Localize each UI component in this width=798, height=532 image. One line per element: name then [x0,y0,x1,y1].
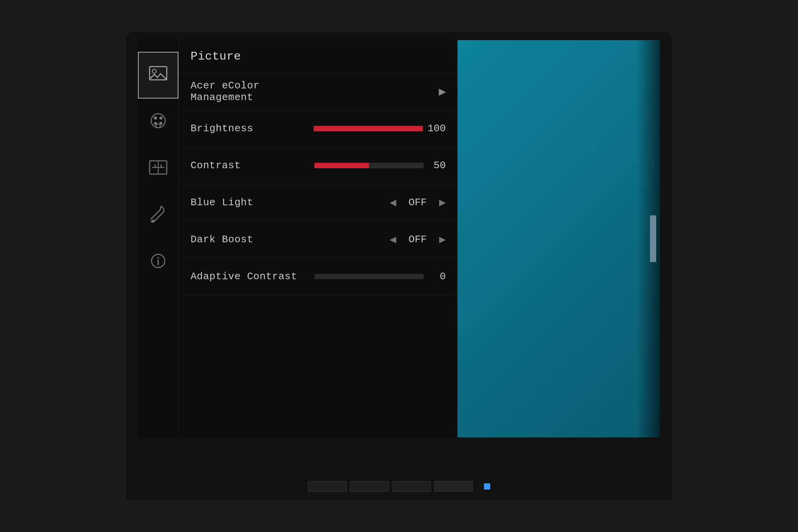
info-icon [150,253,166,271]
sidebar-item-settings[interactable] [138,192,178,239]
menu-row-bluelight[interactable]: Blue Light ◀ OFF ▶ [179,184,457,221]
menu-row-adaptive-contrast[interactable]: Adaptive Contrast 0 [179,258,457,295]
sidebar-item-picture[interactable] [138,52,178,99]
contrast-label: Contrast [191,160,300,171]
layout-icon [149,160,168,177]
adaptive-contrast-label: Adaptive Contrast [191,271,300,282]
brightness-control: 100 [300,123,446,134]
power-indicator [484,483,490,490]
bluelight-arrow-right[interactable]: ▶ [439,197,446,208]
monitor-screen-wrapper: Picture Acer eColor Management ▶ Brightn… [138,40,660,437]
bluelight-toggle: ◀ OFF ▶ [390,197,446,208]
menu-row-darkboost[interactable]: Dark Boost ◀ OFF ▶ [179,221,457,258]
svg-point-14 [157,257,159,259]
brightness-value: 100 [427,123,446,134]
brightness-track [314,126,423,131]
contrast-fill [314,163,369,168]
darkboost-arrow-right[interactable]: ▶ [439,234,446,245]
bluelight-arrow-left[interactable]: ◀ [390,197,396,208]
bezel-btn-3[interactable] [392,481,431,492]
palette-icon [149,112,167,132]
sidebar-item-color[interactable] [138,99,178,145]
bezel-btn-4[interactable] [434,481,473,492]
menu-area: Picture Acer eColor Management ▶ Brightn… [179,40,457,437]
menu-row-brightness[interactable]: Brightness 100 [179,110,457,147]
svg-point-3 [154,116,157,120]
osd-container: Picture Acer eColor Management ▶ Brightn… [138,40,457,437]
bluelight-label: Blue Light [191,197,300,208]
contrast-track [314,163,424,168]
darkboost-arrow-left[interactable]: ◀ [390,234,396,245]
adaptive-contrast-track [314,274,424,279]
darkboost-label: Dark Boost [191,234,300,245]
svg-point-1 [152,69,156,73]
svg-point-11 [152,220,154,222]
menu-row-title: Picture [179,40,457,73]
menu-row-ecolor[interactable]: Acer eColor Management ▶ [179,73,457,110]
monitor-body: Picture Acer eColor Management ▶ Brightn… [126,32,672,500]
monitor-bezel-bottom [126,437,672,500]
picture-icon [149,66,168,85]
bezel-btn-1[interactable] [308,481,347,492]
menu-title: Picture [191,50,300,63]
scroll-thumb [650,215,656,262]
darkboost-control: ◀ OFF ▶ [300,234,446,245]
bezel-btn-2[interactable] [350,481,389,492]
adaptive-contrast-value: 0 [428,271,446,282]
submenu-arrow-icon: ▶ [439,86,446,97]
bezel-buttons-row [263,481,535,492]
contrast-value: 50 [428,160,446,171]
brightness-fill [314,126,423,131]
sidebar-item-info[interactable] [138,239,178,285]
wrench-icon [151,205,166,225]
svg-point-7 [156,124,160,128]
ecolor-label: Acer eColor Management [191,80,300,103]
right-edge-effect [637,40,660,437]
svg-point-4 [159,116,162,120]
adaptive-contrast-control: 0 [300,271,446,282]
sidebar [138,40,179,437]
menu-row-contrast[interactable]: Contrast 50 [179,147,457,184]
contrast-control: 50 [300,160,446,171]
menu-empty-area [179,295,457,437]
brightness-label: Brightness [191,123,300,134]
sidebar-item-layout[interactable] [138,145,178,192]
bluelight-control: ◀ OFF ▶ [300,197,446,208]
darkboost-value: OFF [404,234,431,245]
darkboost-toggle: ◀ OFF ▶ [390,234,446,245]
bluelight-value: OFF [404,197,431,208]
scroll-indicator [649,40,656,437]
